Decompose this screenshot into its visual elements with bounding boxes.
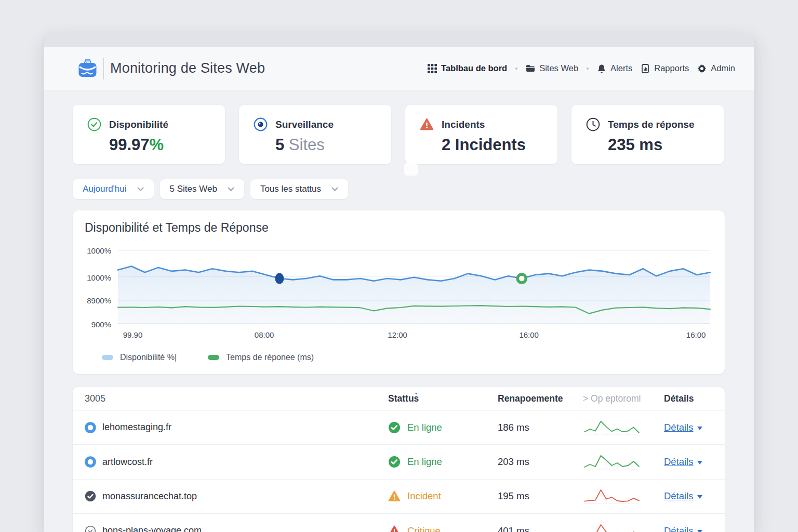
response-time: 401 ms xyxy=(498,525,529,532)
chart-card: Disponibilité et Temps de Réponse 1000% … xyxy=(73,210,725,374)
stat-value: 5 Sites xyxy=(275,136,381,154)
sites-table: 3005 Stattus̀ Renapoemente > Op eptoroml… xyxy=(73,387,725,532)
main-nav: Tablbau de bord Sites Web Alerts xyxy=(428,63,735,73)
check-circle-filled-icon xyxy=(388,456,401,468)
stats-row: Disponibilité 99.97% Surveillance 5 Site… xyxy=(73,105,724,164)
response-time: 203 ms xyxy=(498,456,529,468)
y-axis-tick: 8900% xyxy=(79,296,111,305)
column-header-status: Stattus̀ xyxy=(388,393,419,404)
site-name: artlowcost.fr xyxy=(102,457,153,468)
details-link[interactable]: Détails xyxy=(664,422,702,433)
warning-triangle-icon xyxy=(420,117,434,131)
check-circle-icon xyxy=(87,117,101,131)
table-row: lehomestaging.fr En ligne 186 ms Détails xyxy=(73,410,725,445)
legend-swatch-green xyxy=(208,355,219,360)
grid-icon xyxy=(428,64,437,73)
chart-legend: Disponibilité %| Temps de réponee (ms) xyxy=(102,353,314,362)
report-icon xyxy=(641,64,650,73)
sparkline xyxy=(582,452,642,472)
details-link[interactable]: Détails xyxy=(664,525,702,532)
filter-status-dropdown[interactable]: Tous les stattus xyxy=(250,179,348,199)
status-badge: Incident xyxy=(388,490,441,502)
y-axis-tick: 1000% xyxy=(79,246,111,255)
page-title: Monitoring de Sites Web xyxy=(110,60,265,76)
stat-title: Incidents xyxy=(442,119,485,130)
nav-item-dashboard[interactable]: Tablbau de bord xyxy=(428,63,507,73)
sparkline xyxy=(582,521,642,532)
status-badge: En ligne xyxy=(388,456,442,468)
column-header-id: 3005 xyxy=(85,393,105,404)
caret-down-icon xyxy=(697,461,702,464)
table-row: monassurancechat.top Incident 195 ms Dét… xyxy=(73,480,725,514)
filter-date-dropdown[interactable]: Aujourd'hui xyxy=(73,179,154,199)
app-window: Monitoring de Sites Web Tablbau de bord xyxy=(44,33,754,532)
caret-down-icon xyxy=(697,530,702,532)
folder-icon xyxy=(526,64,535,73)
table-header: 3005 Stattus̀ Renapoemente > Op eptoroml… xyxy=(73,387,725,410)
column-header-details: Détails xyxy=(664,393,694,404)
stat-card-incidents: Incidents 2 Incidents xyxy=(405,105,557,164)
site-cell: lehomestaging.fr xyxy=(85,422,171,433)
nav-item-alerts[interactable]: Alerts xyxy=(597,63,632,73)
details-link[interactable]: Détails xyxy=(664,490,702,502)
site-name: lehomestaging.fr xyxy=(102,422,171,433)
sparkline xyxy=(582,486,642,506)
details-link[interactable]: Détails xyxy=(664,456,702,468)
site-cell: artlowcost.fr xyxy=(85,456,153,468)
sparkline xyxy=(582,418,642,437)
blue-ring-icon xyxy=(85,456,96,468)
check-circle-filled-icon xyxy=(388,421,401,434)
availability-response-chart xyxy=(73,210,725,374)
stat-title: Temps de réponse xyxy=(608,119,694,130)
chevron-down-icon xyxy=(228,187,234,191)
legend-item-temps-reponse: Temps de réponee (ms) xyxy=(208,353,314,362)
x-axis-tick: 16:00 xyxy=(519,330,539,339)
status-badge: Critique xyxy=(388,525,441,532)
legend-swatch-blue xyxy=(102,355,113,360)
response-time: 195 ms xyxy=(498,490,529,502)
blue-ring-icon xyxy=(85,422,96,433)
legend-item-disponibilite: Disponibilité %| xyxy=(102,353,177,362)
nav-item-sites-web[interactable]: Sites Web xyxy=(526,63,578,73)
warning-triangle-icon xyxy=(388,490,401,502)
chevron-down-icon xyxy=(331,187,338,191)
filter-sites-dropdown[interactable]: 5 Sites Web xyxy=(160,179,244,199)
app-logo-icon xyxy=(78,59,97,78)
dark-check-icon xyxy=(85,490,96,502)
stat-title: Surveillance xyxy=(275,119,334,130)
app-header: Monitoring de Sites Web Tablbau de bord xyxy=(44,47,754,90)
x-axis-tick: 16:00 xyxy=(686,330,706,339)
decorative-square xyxy=(404,163,418,176)
nav-item-admin[interactable]: Admin xyxy=(697,63,735,73)
bell-icon xyxy=(597,64,606,73)
nav-item-rapports[interactable]: Rapports xyxy=(641,63,689,73)
stat-card-surveillance: Surveillance 5 Sites xyxy=(239,105,391,164)
stat-value: 235 ms xyxy=(608,136,713,154)
chevron-down-icon xyxy=(137,187,144,191)
stat-value: 99.97% xyxy=(109,136,215,154)
header-divider xyxy=(103,58,104,79)
column-header-options: > Op eptoroml xyxy=(583,393,641,404)
filters-row: Aujourd'hui 5 Sites Web Tous les stattus xyxy=(73,179,348,199)
stat-card-disponibilite: Disponibilité 99.97% xyxy=(73,105,225,164)
stat-value: 2 Incidents xyxy=(442,136,547,154)
outline-circle-icon xyxy=(85,525,96,532)
clock-icon xyxy=(586,117,600,131)
x-axis-tick: 08:00 xyxy=(255,330,274,339)
response-time: 186 ms xyxy=(498,422,529,433)
window-titlebar xyxy=(44,33,754,47)
site-name: monassurancechat.top xyxy=(102,491,197,502)
column-header-response: Renapoemente xyxy=(498,393,563,404)
x-axis-tick: 99.90 xyxy=(123,330,143,339)
warning-triangle-icon xyxy=(388,525,401,532)
nav-separator-dot xyxy=(587,68,589,70)
status-badge: En ligne xyxy=(388,421,442,434)
caret-down-icon xyxy=(697,427,702,430)
stat-card-temps-reponse: Temps de réponse 235 ms xyxy=(571,105,724,164)
table-row: artlowcost.fr En ligne 203 ms Détails xyxy=(73,445,725,479)
nav-separator-dot xyxy=(515,68,517,70)
eye-icon xyxy=(254,117,268,131)
y-axis-tick: 1000% xyxy=(79,273,111,282)
site-name: bons-plans-voyage.com xyxy=(102,525,202,532)
caret-down-icon xyxy=(697,495,702,499)
